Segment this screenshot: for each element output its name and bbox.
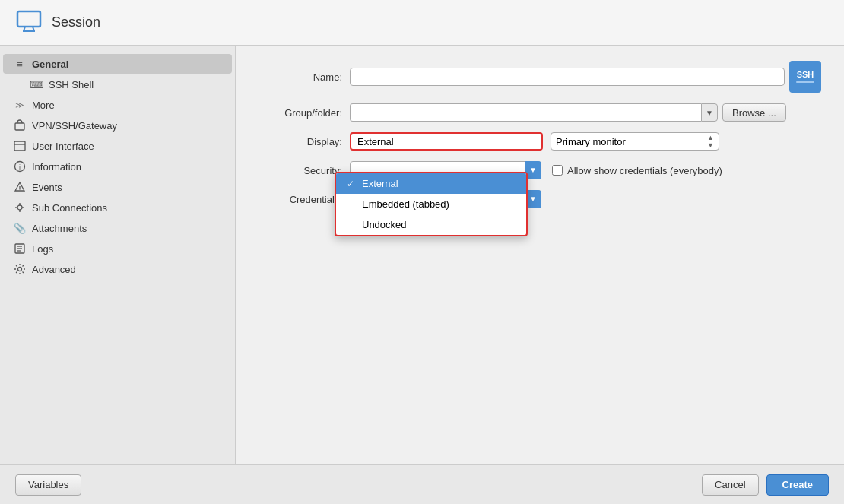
sidebar-label-events: Events (32, 182, 62, 193)
sidebar-label-ssh-shell: SSH Shell (49, 79, 94, 90)
advanced-icon (14, 263, 26, 275)
allow-credentials-label: Allow show credentials (everybody) (552, 165, 722, 176)
sidebar-item-events[interactable]: Events (3, 177, 232, 197)
dropdown-item-external[interactable]: ✓ External (336, 173, 526, 194)
ui-icon (14, 140, 26, 152)
dropdown-item-embedded[interactable]: Embedded (tabbed) (336, 194, 526, 214)
app-title: Session (52, 14, 100, 30)
sidebar-label-logs: Logs (32, 243, 53, 255)
ssh-icon: ⌨ (30, 78, 43, 90)
sidebar-label-information: Information (32, 161, 81, 173)
dropdown-label-undocked: Undocked (362, 219, 407, 230)
sidebar-item-user-interface[interactable]: User Interface (3, 136, 232, 156)
svg-text:i: i (19, 163, 21, 171)
logs-icon (14, 242, 26, 255)
sub-connections-icon (14, 201, 26, 214)
ssh-btn-text: SSH (797, 71, 814, 79)
security-arrow-icon: ▼ (529, 166, 537, 174)
sidebar-item-ssh-shell[interactable]: ⌨ SSH Shell (3, 74, 232, 94)
sidebar-item-general[interactable]: ≡ General (3, 54, 232, 74)
variables-button[interactable]: Variables (15, 474, 81, 496)
svg-point-12 (17, 205, 22, 210)
allow-credentials-checkbox[interactable] (552, 165, 563, 176)
sidebar-label-attachments: Attachments (32, 223, 87, 234)
display-row: Display: External Primary monitor ▲ ▼ (259, 132, 821, 151)
name-row: Name: SSH (259, 61, 821, 93)
sidebar-item-attachments[interactable]: 📎 Attachments (3, 218, 232, 238)
svg-rect-0 (17, 11, 40, 27)
sidebar-item-logs[interactable]: Logs (3, 239, 232, 258)
sidebar-label-advanced: Advanced (32, 264, 76, 275)
vpn-icon (14, 119, 26, 132)
svg-rect-4 (15, 123, 24, 130)
dropdown-label-external: External (362, 178, 398, 189)
display-content: External Primary monitor ▲ ▼ (350, 132, 719, 151)
browse-button[interactable]: Browse ... (722, 103, 786, 122)
display-dropdown-popup: ✓ External Embedded (tabbed) Undocked (335, 172, 528, 236)
monitor-icon (15, 8, 43, 37)
group-label: Group/folder: (259, 107, 350, 119)
group-input[interactable] (350, 103, 701, 122)
sidebar-item-information[interactable]: i Information (3, 157, 232, 176)
sidebar-item-more[interactable]: ≫ More (3, 95, 232, 115)
sidebar-label-more: More (32, 100, 55, 111)
main-area: ≡ General ⌨ SSH Shell ≫ More VPN/SSH/Gat… (0, 46, 844, 464)
dropdown-label-embedded: Embedded (tabbed) (362, 198, 449, 210)
primary-monitor-label: Primary monitor (556, 136, 626, 147)
create-button[interactable]: Create (766, 474, 829, 496)
ssh-btn-line (796, 81, 814, 83)
check-icon: ✓ (345, 179, 356, 189)
display-select-trigger[interactable]: External (350, 132, 543, 151)
sidebar-item-sub-connections[interactable]: Sub Connections (3, 198, 232, 217)
content-area: Name: SSH Group/folder: ▼ Browse ... Dis… (236, 46, 844, 464)
group-arrow-btn[interactable]: ▼ (701, 103, 718, 122)
group-row: Group/folder: ▼ Browse ... (259, 103, 821, 122)
group-combo: ▼ (350, 103, 718, 122)
sidebar: ≡ General ⌨ SSH Shell ≫ More VPN/SSH/Gat… (0, 46, 236, 464)
ssh-button[interactable]: SSH (789, 61, 821, 93)
attachments-icon: 📎 (14, 222, 26, 234)
name-input[interactable] (350, 68, 785, 86)
sidebar-label-ui: User Interface (32, 141, 94, 152)
display-label: Display: (259, 136, 350, 147)
primary-monitor-stepper[interactable]: ▲ ▼ (707, 134, 714, 149)
stepper-down[interactable]: ▼ (707, 141, 714, 149)
sidebar-item-vpn[interactable]: VPN/SSH/Gateway (3, 116, 232, 135)
info-icon: i (14, 160, 26, 173)
sidebar-label-general: General (32, 59, 68, 70)
svg-rect-5 (14, 141, 25, 151)
dropdown-item-undocked[interactable]: Undocked (336, 214, 526, 235)
more-icon: ≫ (14, 99, 26, 111)
name-label: Name: (259, 71, 350, 83)
general-icon: ≡ (14, 58, 26, 70)
sidebar-item-advanced[interactable]: Advanced (3, 259, 232, 279)
display-selected-value: External (357, 136, 394, 147)
svg-point-21 (18, 268, 22, 271)
svg-point-11 (20, 189, 21, 190)
bottom-bar: Variables Cancel Create (0, 464, 844, 504)
display-select-container: External (350, 132, 543, 151)
allow-credentials-text: Allow show credentials (everybody) (567, 165, 722, 176)
cancel-button[interactable]: Cancel (702, 474, 758, 496)
primary-monitor-area: Primary monitor ▲ ▼ (551, 132, 719, 151)
bottom-left: Variables (15, 474, 81, 496)
sidebar-label-sub-connections: Sub Connections (32, 202, 107, 214)
bottom-right: Cancel Create (702, 474, 829, 496)
title-bar: Session (0, 0, 844, 46)
events-icon (14, 181, 26, 193)
sidebar-label-vpn: VPN/SSH/Gateway (32, 120, 117, 132)
stepper-up[interactable]: ▲ (707, 134, 714, 141)
credentials-arrow-icon: ▼ (529, 195, 537, 203)
